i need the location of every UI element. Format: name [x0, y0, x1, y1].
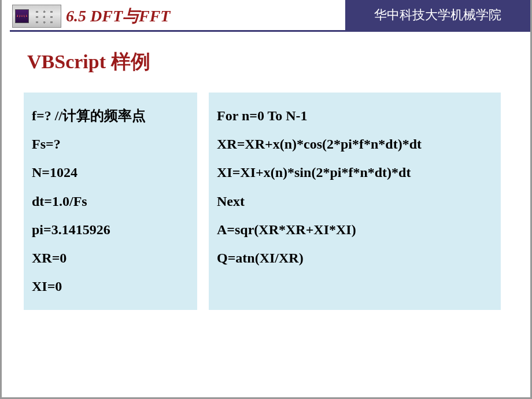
code-line: Next [217, 187, 493, 216]
code-line: pi=3.1415926 [32, 216, 189, 244]
slide-content: VBScript 样例 f=? //计算的频率点 Fs=? N=1024 dt=… [2, 32, 530, 326]
code-line: dt=1.0/Fs [32, 187, 189, 216]
header-underline [10, 30, 530, 32]
code-line: Fs=? [32, 130, 189, 158]
code-line: A=sqr(XR*XR+XI*XI) [217, 216, 493, 244]
code-box-right: For n=0 To N-1 XR=XR+x(n)*cos(2*pi*f*n*d… [209, 93, 501, 310]
institution-label: 华中科技大学机械学院 [345, 0, 530, 30]
code-line: XI=XI+x(n)*sin(2*pi*f*n*dt)*dt [217, 158, 493, 187]
code-box-left: f=? //计算的频率点 Fs=? N=1024 dt=1.0/Fs pi=3.… [24, 93, 197, 310]
code-columns: f=? //计算的频率点 Fs=? N=1024 dt=1.0/Fs pi=3.… [24, 93, 508, 310]
slide-title: VBScript 样例 [27, 49, 508, 75]
slide-header: 6.5 DFT与FFT 华中科技大学机械学院 [2, 0, 530, 32]
code-line: f=? //计算的频率点 [32, 102, 189, 130]
code-line: XR=XR+x(n)*cos(2*pi*f*n*dt)*dt [217, 130, 493, 158]
code-line: N=1024 [32, 158, 189, 187]
code-line: For n=0 To N-1 [217, 102, 493, 130]
code-line: XR=0 [32, 244, 189, 272]
slide-container: 6.5 DFT与FFT 华中科技大学机械学院 VBScript 样例 f=? /… [0, 0, 532, 399]
chapter-title: 6.5 DFT与FFT [66, 5, 170, 27]
code-line: Q=atn(XI/XR) [217, 244, 493, 272]
code-line: XI=0 [32, 272, 189, 301]
oscilloscope-icon [12, 5, 61, 28]
